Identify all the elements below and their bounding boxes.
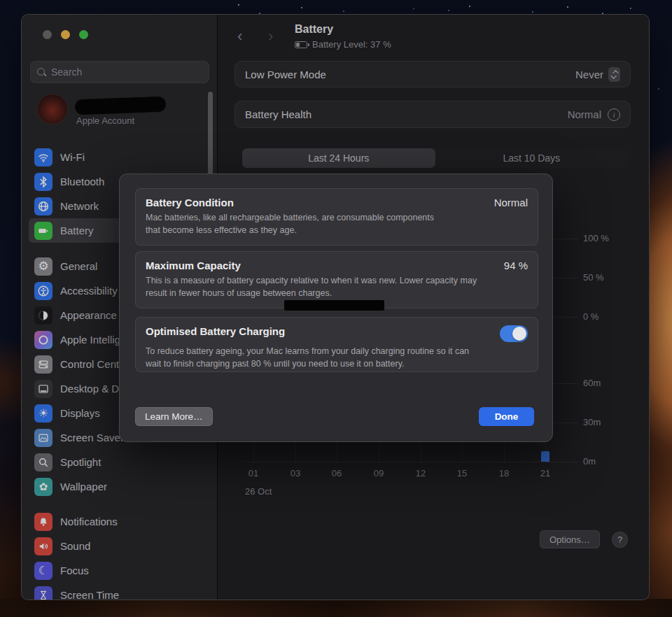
- moon-icon: ☾: [34, 562, 52, 580]
- optimised-charging-toggle[interactable]: [500, 325, 528, 342]
- done-button[interactable]: Done: [479, 407, 534, 426]
- sidebar-item-label: Focus: [60, 565, 89, 576]
- x-axis-tick-label: 09: [368, 468, 389, 478]
- sidebar-item-label: Control Centre: [60, 358, 129, 370]
- maximum-capacity-title: Maximum Capacity: [146, 260, 504, 271]
- x-axis-tick-label: 21: [535, 468, 556, 478]
- y-axis-tick-label: 0 %: [583, 311, 598, 322]
- gear-icon: ⚙: [34, 257, 52, 276]
- avatar: [37, 94, 68, 125]
- x-axis-tick-label: 18: [493, 468, 514, 478]
- search-placeholder: Search: [51, 66, 82, 78]
- x-axis-tick-label: 03: [285, 468, 306, 478]
- apple-account-item[interactable]: Apple Account: [37, 94, 205, 129]
- battery-condition-title: Battery Condition: [146, 197, 494, 208]
- globe-icon: [34, 197, 52, 215]
- redacted-text-bar: [284, 300, 384, 311]
- search-icon: [37, 68, 46, 77]
- zoom-window-button[interactable]: [79, 30, 88, 39]
- appearance-icon: [34, 306, 52, 325]
- search-input[interactable]: Search: [30, 61, 209, 83]
- sidebar-item-label: Appearance: [60, 309, 117, 321]
- redacted-account-name: [75, 97, 167, 115]
- x-axis-tick-label: 01: [243, 468, 264, 478]
- battery-condition-value: Normal: [494, 197, 528, 208]
- y-axis-tick-label: 0m: [583, 456, 596, 467]
- y-axis-tick-label: 50 %: [583, 272, 604, 283]
- battery-condition-section: Battery Condition Normal Mac batteries, …: [135, 188, 538, 246]
- optimised-charging-title: Optimised Battery Charging: [146, 325, 500, 337]
- sidebar-item-wi-fi[interactable]: Wi-Fi: [29, 145, 212, 169]
- sidebar-item-screen-time[interactable]: Screen Time: [29, 583, 212, 600]
- sidebar-item-label: Notifications: [60, 516, 118, 527]
- screen-saver-icon: [34, 429, 52, 447]
- wallpaper-rocks-bottom: [0, 599, 672, 617]
- sidebar-item-label: Displays: [60, 407, 100, 419]
- optimised-charging-description: To reduce battery ageing, your Mac learn…: [146, 345, 486, 370]
- sidebar-item-label: Screen Saver: [60, 432, 124, 444]
- battery-health-dialog: Battery Condition Normal Mac batteries, …: [119, 173, 553, 442]
- battery-icon: [34, 222, 52, 240]
- control-centre-icon: [34, 355, 52, 374]
- y-axis-tick-label: 100 %: [583, 233, 609, 243]
- spotlight-magnifier-icon: [34, 453, 52, 471]
- optimised-charging-section: Optimised Battery Charging To reduce bat…: [135, 317, 538, 372]
- wallpaper-flower-icon: ✿: [34, 478, 52, 496]
- minimize-window-button[interactable]: [61, 30, 70, 39]
- hourglass-icon: [34, 586, 52, 601]
- x-axis-tick-label: 12: [410, 468, 431, 478]
- sidebar-item-label: Accessibility: [60, 285, 118, 297]
- sidebar-item-spotlight[interactable]: Spotlight: [29, 450, 212, 474]
- stars-decoration: [238, 4, 239, 6]
- sidebar-item-label: Battery: [60, 225, 94, 236]
- bluetooth-icon: [34, 173, 52, 191]
- sidebar-item-label: Wallpaper: [60, 481, 107, 492]
- apple-intelligence-icon: [34, 331, 52, 349]
- y-axis-tick-label: 30m: [583, 417, 601, 427]
- battery-condition-description: Mac batteries, like all rechargeable bat…: [146, 211, 440, 236]
- apple-account-label: Apple Account: [76, 115, 134, 126]
- speaker-icon: [34, 537, 52, 555]
- close-window-button[interactable]: [43, 30, 52, 39]
- sidebar-item-wallpaper[interactable]: ✿Wallpaper: [29, 474, 212, 499]
- sidebar-item-label: Bluetooth: [60, 176, 104, 187]
- wifi-icon: [34, 148, 52, 166]
- sidebar-item-label: Screen Time: [60, 589, 119, 600]
- learn-more-button[interactable]: Learn More…: [135, 407, 213, 426]
- sidebar-item-label: General: [60, 260, 97, 272]
- sidebar-item-label: Spotlight: [60, 456, 101, 468]
- maximum-capacity-value: 94 %: [504, 260, 528, 271]
- bell-icon: [34, 513, 52, 531]
- desktop-dock-icon: [34, 380, 52, 398]
- sidebar-item-sound[interactable]: Sound: [29, 534, 212, 558]
- x-axis-tick-label: 15: [451, 468, 472, 478]
- window-controls: [43, 30, 88, 39]
- sidebar-item-notifications[interactable]: Notifications: [29, 509, 212, 534]
- sidebar-item-focus[interactable]: ☾Focus: [29, 558, 212, 583]
- sidebar-item-label: Sound: [60, 540, 90, 552]
- sidebar-item-label: Network: [60, 200, 99, 212]
- x-axis-tick-label: 06: [326, 468, 347, 478]
- sidebar-item-label: Wi-Fi: [60, 151, 85, 163]
- y-axis-tick-label: 60m: [583, 378, 601, 388]
- displays-sun-icon: ☀: [34, 404, 52, 423]
- accessibility-icon: [34, 282, 52, 300]
- maximum-capacity-description: This is a measure of battery capacity re…: [146, 274, 480, 299]
